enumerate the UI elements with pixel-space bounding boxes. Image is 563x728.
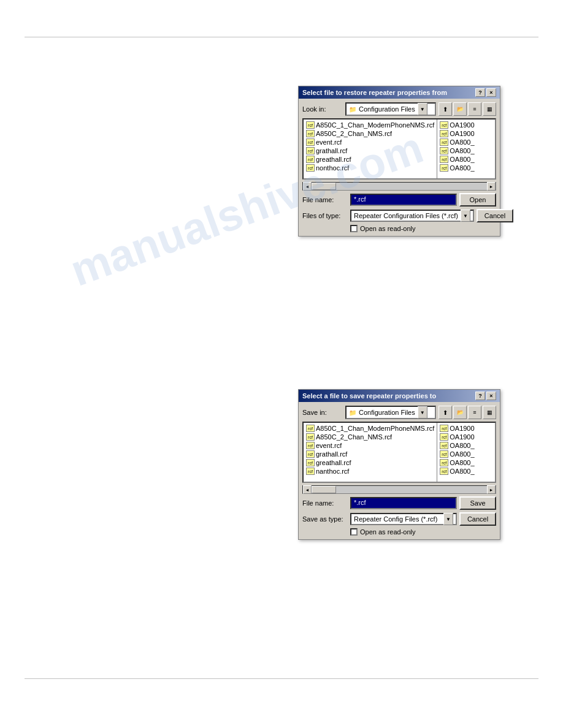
file-name-input[interactable]: *.rcf	[350, 194, 457, 206]
file-icon: rcf	[306, 156, 315, 163]
read-only-label-2: Open as read-only	[360, 528, 416, 536]
list-item[interactable]: rcf event.rcf	[305, 138, 435, 146]
view-list-btn-2[interactable]: ≡	[468, 406, 481, 419]
save-file-name-input[interactable]: *.rcf	[350, 497, 457, 509]
read-only-label: Open as read-only	[360, 225, 416, 232]
save-as-type-row: Save as type: Repeater Config Files (*.r…	[302, 512, 496, 526]
list-item[interactable]: rcf OA800_	[439, 146, 494, 155]
scrollbar-track[interactable]	[312, 183, 487, 190]
scroll-left-btn-2[interactable]: ◄	[303, 485, 312, 494]
scroll-right-btn-2[interactable]: ►	[487, 485, 496, 494]
save-in-value: Configuration Files	[359, 409, 415, 416]
save-file-name-row: File name: *.rcf Save	[302, 496, 496, 510]
list-item[interactable]: rcf grathall.rcf	[305, 146, 435, 155]
files-of-type-dropdown[interactable]: ▼	[461, 210, 470, 222]
scroll-left-btn[interactable]: ◄	[303, 182, 312, 191]
file-name: greathall.rcf	[316, 459, 351, 466]
save-in-combo: 📁 Configuration Files ▼ ⬆ 📂 ≡ ▦	[345, 406, 496, 419]
list-item[interactable]: rcf OA1900	[439, 121, 494, 129]
file-icon: rcf	[306, 433, 315, 441]
up-folder-btn[interactable]: ⬆	[439, 102, 452, 116]
save-in-label: Save in:	[302, 409, 345, 416]
list-item[interactable]: rcf grathall.rcf	[305, 450, 435, 458]
file-name: event.rcf	[316, 138, 342, 146]
look-in-dropdown[interactable]: ▼	[418, 103, 427, 115]
list-item[interactable]: rcf greathall.rcf	[305, 155, 435, 164]
scrollbar-thumb[interactable]	[312, 183, 336, 190]
list-item[interactable]: rcf nanthoc.rcf	[305, 467, 435, 476]
new-folder-btn-2[interactable]: 📂	[453, 406, 467, 419]
list-item[interactable]: rcf OA800_	[439, 164, 494, 172]
list-item[interactable]: rcf OA800_	[439, 458, 494, 467]
close-button-2[interactable]: ×	[486, 392, 496, 400]
restore-dialog-body: Look in: 📁 Configuration Files ▼ ⬆ 📂 ≡ ▦	[299, 99, 500, 236]
list-item[interactable]: rcf A850C_1_Chan_ModernPhoneNMS.rcf	[305, 121, 435, 129]
restore-dialog: Select file to restore repeater properti…	[298, 86, 500, 237]
horizontal-scrollbar[interactable]: ◄ ►	[302, 182, 496, 191]
list-item[interactable]: rcf OA800_	[439, 155, 494, 164]
view-details-btn-2[interactable]: ▦	[483, 406, 496, 419]
file-name: A850C_2_Chan_NMS.rcf	[316, 433, 392, 441]
file-icon: rcf	[440, 433, 448, 441]
save-as-type-combo[interactable]: Repeater Config Files (*.rcf) ▼	[350, 513, 457, 525]
file-name: A850C_2_Chan_NMS.rcf	[316, 130, 392, 137]
scrollbar-thumb-2[interactable]	[312, 486, 336, 493]
file-name: OA800_	[450, 164, 474, 172]
save-as-type-dropdown[interactable]: ▼	[443, 513, 453, 525]
read-only-checkbox-2[interactable]	[350, 528, 358, 536]
close-button[interactable]: ×	[486, 88, 496, 97]
file-name: A850C_1_Chan_ModernPhoneNMS.rcf	[316, 425, 434, 432]
view-list-btn[interactable]: ≡	[468, 102, 481, 116]
list-item[interactable]: rcf OA1900	[439, 129, 494, 138]
list-item[interactable]: rcf OA1900	[439, 424, 494, 433]
list-item[interactable]: rcf greathall.rcf	[305, 458, 435, 467]
list-item[interactable]: rcf nonthoc.rcf	[305, 164, 435, 172]
cancel-button[interactable]: Cancel	[477, 209, 513, 222]
read-only-row-2: Open as read-only	[350, 528, 496, 536]
file-name: nonthoc.rcf	[316, 164, 349, 172]
list-item[interactable]: rcf A850C_2_Chan_NMS.rcf	[305, 433, 435, 441]
file-name: OA1900	[450, 433, 474, 441]
file-icon: rcf	[440, 138, 448, 146]
read-only-checkbox[interactable]	[350, 225, 358, 232]
scroll-right-btn[interactable]: ►	[487, 182, 496, 191]
files-of-type-combo[interactable]: Repeater Configuration Files (*.rcf) ▼	[350, 210, 474, 222]
file-name: OA800_	[450, 156, 474, 163]
list-item[interactable]: rcf OA800_	[439, 138, 494, 146]
file-list-left-2: rcf A850C_1_Chan_ModernPhoneNMS.rcf rcf …	[304, 423, 437, 482]
list-item[interactable]: rcf A850C_1_Chan_ModernPhoneNMS.rcf	[305, 424, 435, 433]
save-as-type-value: Repeater Config Files (*.rcf)	[354, 515, 441, 523]
help-button-2[interactable]: ?	[475, 392, 485, 400]
up-folder-btn-2[interactable]: ⬆	[439, 406, 452, 419]
new-folder-btn[interactable]: 📂	[453, 102, 467, 116]
help-button[interactable]: ?	[475, 88, 485, 97]
save-dialog-body: Save in: 📁 Configuration Files ▼ ⬆ 📂 ≡ ▦	[299, 402, 500, 539]
file-icon: rcf	[440, 459, 448, 466]
folder-icon-small: 📁	[349, 106, 356, 113]
file-name: OA1900	[450, 130, 474, 137]
list-item[interactable]: rcf OA800_	[439, 467, 494, 476]
file-name: OA800_	[450, 147, 474, 154]
save-dialog-titlebar: Select a file to save repeater propertie…	[299, 390, 500, 402]
save-in-dropdown[interactable]: ▼	[418, 406, 427, 419]
restore-dialog-title: Select file to restore repeater properti…	[302, 89, 447, 96]
file-icon: rcf	[440, 450, 448, 458]
view-details-btn[interactable]: ▦	[483, 102, 496, 116]
save-button[interactable]: Save	[459, 496, 496, 510]
file-name: OA1900	[450, 425, 474, 432]
list-item[interactable]: rcf OA1900	[439, 433, 494, 441]
cancel-button-2[interactable]: Cancel	[459, 512, 496, 526]
list-item[interactable]: rcf OA800_	[439, 450, 494, 458]
look-in-field[interactable]: 📁 Configuration Files ▼	[345, 102, 436, 116]
open-button[interactable]: Open	[459, 193, 496, 207]
list-item[interactable]: rcf event.rcf	[305, 441, 435, 450]
save-in-field[interactable]: 📁 Configuration Files ▼	[345, 406, 436, 419]
file-icon: rcf	[306, 425, 315, 432]
save-dialog: Select a file to save repeater propertie…	[298, 389, 500, 540]
files-of-type-row: Files of type: Repeater Configuration Fi…	[302, 209, 496, 222]
scrollbar-track-2[interactable]	[312, 486, 487, 493]
list-item[interactable]: rcf A850C_2_Chan_NMS.rcf	[305, 129, 435, 138]
file-name: nanthoc.rcf	[316, 468, 349, 475]
list-item[interactable]: rcf OA800_	[439, 441, 494, 450]
horizontal-scrollbar-2[interactable]: ◄ ►	[302, 485, 496, 494]
